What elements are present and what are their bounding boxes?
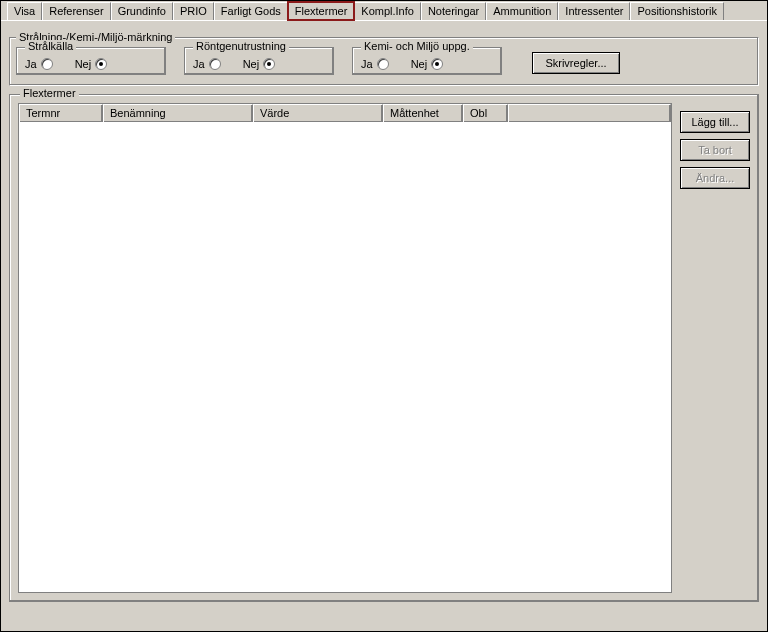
tab-ammunition[interactable]: Ammunition — [486, 2, 558, 20]
radio-label-ja: Ja — [361, 58, 373, 70]
radio-group-rontgen: Röntgenutrustning Ja Nej — [184, 47, 334, 75]
tab-noteringar[interactable]: Noteringar — [421, 2, 486, 20]
radio-group-kemi-title: Kemi- och Miljö uppg. — [361, 40, 473, 52]
col-spacer — [508, 104, 671, 122]
col-varde[interactable]: Värde — [253, 104, 383, 122]
radio-rontgen-ja[interactable]: Ja — [193, 58, 221, 70]
skrivregler-wrap: Skrivregler... — [520, 47, 620, 75]
col-benamning[interactable]: Benämning — [103, 104, 253, 122]
marking-row: Strålkälla Ja Nej Röntgenutrustning — [16, 47, 752, 75]
tab-prio[interactable]: PRIO — [173, 2, 214, 20]
radio-dot-icon — [377, 58, 389, 70]
col-obl[interactable]: Obl — [463, 104, 508, 122]
col-mattenhet[interactable]: Måttenhet — [383, 104, 463, 122]
radio-dot-icon — [263, 58, 275, 70]
side-buttons: Lägg till... Ta bort Ändra... — [680, 111, 750, 593]
radio-label-ja: Ja — [25, 58, 37, 70]
radio-stralkalla-nej[interactable]: Nej — [75, 58, 108, 70]
tab-farligt-gods[interactable]: Farligt Gods — [214, 2, 288, 20]
list-body — [19, 122, 671, 592]
radio-label-nej: Nej — [243, 58, 260, 70]
column-headers: Termnr Benämning Värde Måttenhet Obl — [19, 104, 671, 122]
tab-flextermer[interactable]: Flextermer — [288, 2, 355, 20]
radio-dot-icon — [95, 58, 107, 70]
radio-label-ja: Ja — [193, 58, 205, 70]
radio-label-nej: Nej — [75, 58, 92, 70]
radio-dot-icon — [41, 58, 53, 70]
radio-kemi-ja[interactable]: Ja — [361, 58, 389, 70]
window: Visa Referenser Grundinfo PRIO Farligt G… — [0, 0, 768, 632]
radio-stralkalla-ja[interactable]: Ja — [25, 58, 53, 70]
radio-group-rontgen-title: Röntgenutrustning — [193, 40, 289, 52]
tab-grundinfo[interactable]: Grundinfo — [111, 2, 173, 20]
radio-dot-icon — [431, 58, 443, 70]
flextermer-group-title: Flextermer — [20, 87, 79, 99]
tab-komplinfo[interactable]: Kompl.Info — [354, 2, 421, 20]
skrivregler-button[interactable]: Skrivregler... — [532, 52, 620, 74]
radio-kemi-nej[interactable]: Nej — [411, 58, 444, 70]
andra-button[interactable]: Ändra... — [680, 167, 750, 189]
radio-group-stralkalla: Strålkälla Ja Nej — [16, 47, 166, 75]
radio-label-nej: Nej — [411, 58, 428, 70]
tab-visa[interactable]: Visa — [7, 2, 42, 20]
radio-rontgen-nej[interactable]: Nej — [243, 58, 276, 70]
radio-group-kemi: Kemi- och Miljö uppg. Ja Nej — [352, 47, 502, 75]
tab-intressenter[interactable]: Intressenter — [558, 2, 630, 20]
marking-group: Strålning-/Kemi-/Miljö-märkning Strålkäl… — [9, 31, 759, 86]
ta-bort-button[interactable]: Ta bort — [680, 139, 750, 161]
flextermer-group: Flextermer Termnr Benämning Värde Måtten… — [9, 94, 759, 602]
radio-group-stralkalla-title: Strålkälla — [25, 40, 76, 52]
tab-referenser[interactable]: Referenser — [42, 2, 110, 20]
flextermer-listview[interactable]: Termnr Benämning Värde Måttenhet Obl — [18, 103, 672, 593]
tab-positionshistorik[interactable]: Positionshistorik — [630, 2, 723, 20]
tabstrip: Visa Referenser Grundinfo PRIO Farligt G… — [1, 1, 767, 21]
col-termnr[interactable]: Termnr — [19, 104, 103, 122]
radio-dot-icon — [209, 58, 221, 70]
lagg-till-button[interactable]: Lägg till... — [680, 111, 750, 133]
